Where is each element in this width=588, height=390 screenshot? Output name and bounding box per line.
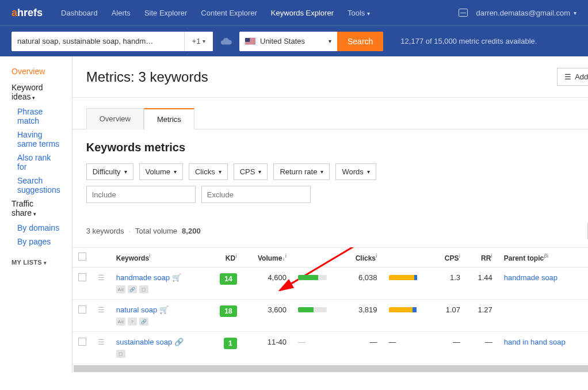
cps-cell: — xyxy=(433,332,466,364)
sidebar-overview[interactable]: Overview xyxy=(12,67,60,76)
total-volume: 8,200 xyxy=(182,227,201,235)
volume-cell: 11-40 xyxy=(243,332,292,364)
link-icon: 🔗 xyxy=(128,285,137,293)
row-checkbox[interactable] xyxy=(78,273,86,281)
total-volume-label: Total volume xyxy=(135,227,177,235)
table-row: ☰sustainable soap 🔗▢111-40—————hand in h… xyxy=(72,332,588,364)
nav-content-explorer[interactable]: Content Explorer xyxy=(194,9,264,17)
keywords-more[interactable]: +1▾ xyxy=(184,32,213,51)
search-bar: natural soap, sustainable soap, handm… +… xyxy=(0,25,588,56)
volume-cell: 4,600 xyxy=(243,267,292,300)
list-icon: ☰ xyxy=(564,72,571,81)
sidebar-traffic-header[interactable]: Traffic share▾ xyxy=(12,199,60,217)
search-button[interactable]: Search xyxy=(337,32,383,51)
rr-cell: — xyxy=(466,332,498,364)
row-checkbox[interactable] xyxy=(78,305,86,313)
filter-volume[interactable]: Volume▾ xyxy=(139,163,183,180)
section-title: Keywords metrics xyxy=(86,141,588,154)
row-menu-icon[interactable]: ☰ xyxy=(98,273,105,282)
nav-tools[interactable]: Tools ▾ xyxy=(341,9,377,17)
cps-cell: 1.3 xyxy=(433,267,466,300)
sidebar-by-pages[interactable]: By pages xyxy=(17,237,60,246)
clicks-cell: 6,038 xyxy=(342,267,383,300)
page-title: Metrics: 3 keywords xyxy=(86,69,208,85)
nav-dashboard[interactable]: Dashboard xyxy=(54,9,105,17)
tab-overview[interactable]: Overview xyxy=(86,108,144,129)
filter-difficulty[interactable]: Difficulty▾ xyxy=(86,163,133,180)
rr-cell: 1.44 xyxy=(466,267,498,300)
cps-cell: 1.07 xyxy=(433,300,466,332)
link-icon: 🔗 xyxy=(174,338,184,346)
Ad-icon: Ad xyxy=(116,318,125,326)
kd-badge: 14 xyxy=(220,273,236,285)
sidebar-search-suggestions[interactable]: Search suggestions xyxy=(17,176,60,194)
col-clicks[interactable]: Clicksi xyxy=(342,248,383,267)
tabs: Overview Metrics xyxy=(72,108,588,129)
select-all-checkbox[interactable] xyxy=(78,253,86,261)
us-flag-icon xyxy=(245,38,255,45)
nav-site-explorer[interactable]: Site Explorer xyxy=(138,9,194,17)
cart-icon: 🛒 xyxy=(172,273,181,282)
nav-keywords-explorer[interactable]: Keywords Explorer xyxy=(264,9,341,17)
sidebar-ideas-header[interactable]: Keyword ideas▾ xyxy=(12,83,60,101)
table-row: ☰handmade soap 🛒Ad🔗▢144,6006,0381.31.44h… xyxy=(72,267,588,300)
col-keywords[interactable]: Keywordsi xyxy=(110,248,208,267)
pic-icon: ▢ xyxy=(116,350,125,358)
sidebar-having-same-terms[interactable]: Having same terms xyxy=(17,130,60,148)
col-volume[interactable]: Volume↓i xyxy=(243,248,292,267)
col-cps[interactable]: CPSi xyxy=(433,248,466,267)
clicks-cell: 3,819 xyxy=(342,300,383,332)
parent-topic-link[interactable]: handmade soap xyxy=(504,273,558,282)
user-menu[interactable]: darren.dematas@gmail.com▾ xyxy=(476,9,576,17)
row-menu-icon[interactable]: ☰ xyxy=(98,338,105,346)
keyword-link[interactable]: sustainable soap xyxy=(116,338,173,346)
sidebar-phrase-match[interactable]: Phrase match xyxy=(17,107,60,125)
col-kd[interactable]: KDi xyxy=(208,248,243,267)
table-row: ☰natural soap 🛒Ad?🔗183,6003,8191.071.27S… xyxy=(72,300,588,332)
link-icon: 🔗 xyxy=(139,318,148,326)
kd-badge: 1 xyxy=(224,338,237,349)
horizontal-scrollbar[interactable] xyxy=(74,365,588,372)
main-content: Metrics: 3 keywords ☰Add to lists ▾ Over… xyxy=(72,56,588,373)
row-checkbox[interactable] xyxy=(78,338,86,346)
nav-alerts[interactable]: Alerts xyxy=(105,9,138,17)
?-icon: ? xyxy=(128,318,137,326)
rr-cell: 1.27 xyxy=(466,300,498,332)
col-parent[interactable]: Parent topicβi xyxy=(498,248,588,267)
filter-return-rate[interactable]: Return rate▾ xyxy=(273,163,330,180)
cloud-icon[interactable] xyxy=(220,35,232,48)
filter-clicks[interactable]: Clicks▾ xyxy=(189,163,228,180)
country-select[interactable]: United States▾ xyxy=(239,32,337,51)
logo[interactable]: ahrefs xyxy=(12,6,43,19)
table-scroll[interactable]: Keywordsi KDi Volume↓i Clicksi CPSi RRi … xyxy=(72,247,588,373)
keyword-link[interactable]: natural soap xyxy=(116,305,158,314)
keyword-link[interactable]: handmade soap xyxy=(116,273,170,282)
keywords-input[interactable]: natural soap, sustainable soap, handm… xyxy=(12,32,184,51)
exclude-input[interactable] xyxy=(201,186,311,203)
tab-metrics[interactable]: Metrics xyxy=(144,108,194,129)
inbox-icon[interactable] xyxy=(459,9,468,17)
kd-badge: 18 xyxy=(220,305,236,317)
my-lists-toggle[interactable]: MY LISTS▾ xyxy=(12,259,60,266)
kw-count: 3 keywords xyxy=(86,227,124,235)
clicks-cell: — xyxy=(342,332,383,364)
parent-topic-link[interactable]: hand in hand soap xyxy=(504,338,566,346)
include-input[interactable] xyxy=(86,186,196,203)
Ad-icon: Ad xyxy=(116,285,125,293)
volume-cell: 3,600 xyxy=(243,300,292,332)
filter-words[interactable]: Words▾ xyxy=(335,163,376,180)
col-rr[interactable]: RRi xyxy=(466,248,498,267)
cart-icon: 🛒 xyxy=(159,305,169,314)
sidebar-by-domains[interactable]: By domains xyxy=(17,223,60,232)
top-nav: ahrefs DashboardAlertsSite ExplorerConte… xyxy=(0,0,588,25)
sidebar: Overview Keyword ideas▾ Phrase matchHavi… xyxy=(0,56,72,373)
pic-icon: ▢ xyxy=(139,285,148,293)
row-menu-icon[interactable]: ☰ xyxy=(98,305,105,314)
filter-cps[interactable]: CPS▾ xyxy=(234,163,268,180)
add-to-lists[interactable]: ☰Add to lists ▾ xyxy=(557,68,588,86)
credits-label: 12,177 of 15,000 metric credits availabl… xyxy=(400,37,537,45)
sidebar-also-rank-for[interactable]: Also rank for xyxy=(17,153,60,171)
